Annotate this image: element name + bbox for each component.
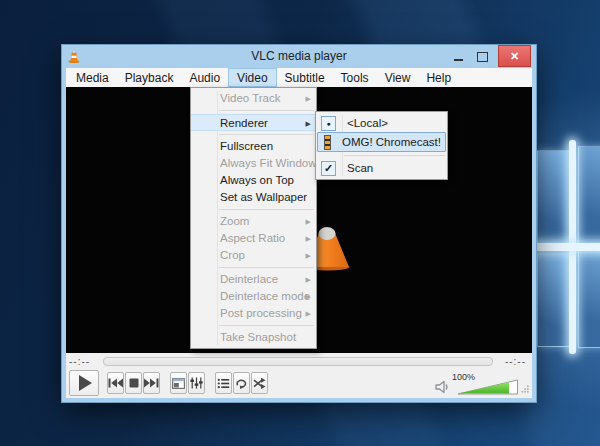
video-menu-item-aspect-ratio[interactable]: Aspect Ratio▶	[191, 230, 316, 247]
loop-button[interactable]	[233, 372, 250, 394]
submenu-arrow-icon: ▶	[306, 271, 311, 288]
menu-item-label: Always Fit Window	[220, 157, 317, 169]
video-menu-item-always-on-top[interactable]: Always on Top	[191, 172, 316, 189]
video-menu-item-set-as-wallpaper[interactable]: Set as Wallpaper	[191, 189, 316, 206]
radio-dot-icon-glyph: ●	[326, 120, 330, 127]
titlebar[interactable]: VLC media player ✕	[62, 45, 536, 68]
renderer-item-omg-chromecast[interactable]: OMG! Chromecast!	[317, 132, 446, 152]
menu-item-label: Fullscreen	[220, 140, 273, 152]
video-menu-item-take-snapshot[interactable]: Take Snapshot	[191, 329, 316, 346]
shuffle-button[interactable]	[251, 372, 268, 394]
menu-audio[interactable]: Audio	[181, 68, 228, 87]
menu-item-label: Take Snapshot	[220, 331, 296, 343]
menu-media[interactable]: Media	[68, 68, 117, 87]
menu-item-label: Renderer	[220, 117, 268, 129]
menu-view[interactable]: View	[377, 68, 419, 87]
detach-window-icon	[172, 378, 185, 389]
menu-item-label: Deinterlace mode	[220, 290, 310, 302]
menu-item-label: Scan	[347, 162, 373, 174]
menu-item-label: Post processing	[220, 307, 302, 319]
menu-separator	[219, 110, 314, 111]
menu-item-label: <Local>	[347, 117, 388, 129]
menu-item-label: OMG! Chromecast!	[342, 136, 441, 148]
menu-tools[interactable]: Tools	[333, 68, 377, 87]
submenu-arrow-icon: ▶	[306, 213, 311, 230]
menu-item-label: Set as Wallpaper	[220, 191, 307, 203]
menu-separator	[219, 209, 314, 210]
video-menu-item-deinterlace[interactable]: Deinterlace▶	[191, 271, 316, 288]
submenu-arrow-icon: ▶	[306, 115, 311, 132]
seek-bar[interactable]	[103, 357, 493, 366]
maximize-button[interactable]	[475, 49, 490, 64]
time-total: --:--	[505, 356, 526, 367]
menu-separator	[219, 267, 314, 268]
menu-separator	[219, 325, 314, 326]
stop-icon	[129, 378, 139, 388]
chromecast-icon	[324, 135, 331, 150]
windows-logo	[537, 146, 600, 348]
video-menu-item-zoom[interactable]: Zoom▶	[191, 213, 316, 230]
time-elapsed: --:--	[69, 356, 90, 367]
radio-dot-icon: ●	[321, 116, 336, 131]
video-menu-item-deinterlace-mode[interactable]: Deinterlace mode▶	[191, 288, 316, 305]
previous-button[interactable]	[107, 372, 124, 394]
video-menu-item-crop[interactable]: Crop▶	[191, 247, 316, 264]
menu-item-label: Aspect Ratio	[220, 232, 285, 244]
menu-item-label: Video Track	[220, 92, 281, 104]
video-menu-item-renderer[interactable]: Renderer▶	[191, 114, 316, 131]
menu-bar: MediaPlaybackAudioVideoSubtitleToolsView…	[66, 68, 532, 87]
resize-grip-icon[interactable]	[521, 384, 529, 395]
windows-logo-pane	[578, 250, 600, 348]
control-bar: --:-- --:--	[66, 353, 532, 398]
submenu-arrow-icon: ▶	[306, 90, 311, 107]
windows-logo-glow-horizontal	[529, 243, 600, 251]
minimize-icon	[454, 59, 463, 61]
menu-help[interactable]: Help	[418, 68, 459, 87]
windows-logo-pane	[578, 146, 600, 244]
renderer-item-scan[interactable]: ✓Scan	[316, 159, 447, 177]
seek-row: --:-- --:--	[69, 356, 526, 367]
close-button[interactable]: ✕	[498, 45, 531, 67]
detach-window-button[interactable]	[170, 372, 187, 394]
minimize-button[interactable]	[451, 49, 466, 64]
menu-subtitle[interactable]: Subtitle	[277, 68, 333, 87]
close-icon: ✕	[510, 50, 519, 63]
menu-item-label: Always on Top	[220, 174, 294, 186]
volume-slider[interactable]	[457, 379, 519, 397]
desktop: VLC media player ✕ MediaPlaybackAudioVid…	[0, 0, 600, 446]
windows-logo-pane	[537, 150, 570, 244]
equalizer-icon	[190, 377, 203, 389]
maximize-icon	[477, 52, 488, 62]
video-menu-item-always-fit-window[interactable]: Always Fit Window	[191, 155, 316, 172]
menu-video[interactable]: Video	[228, 68, 276, 87]
menu-playback[interactable]: Playback	[117, 68, 182, 87]
playlist-icon	[217, 378, 230, 389]
video-menu: Video Track▶Renderer▶FullscreenAlways Fi…	[190, 87, 317, 349]
video-menu-item-video-track[interactable]: Video Track▶	[191, 90, 316, 107]
submenu-arrow-icon: ▶	[306, 247, 311, 264]
shuffle-icon	[253, 378, 266, 389]
loop-icon	[235, 378, 248, 389]
renderer-item-local[interactable]: ●<Local>	[316, 114, 447, 132]
playlist-button[interactable]	[215, 372, 232, 394]
video-menu-item-post-processing[interactable]: Post processing▶	[191, 305, 316, 322]
speaker-icon[interactable]	[435, 380, 451, 396]
menu-separator	[219, 134, 314, 135]
play-button[interactable]	[69, 370, 99, 396]
equalizer-button[interactable]	[188, 372, 205, 394]
menu-item-label: Deinterlace	[220, 273, 278, 285]
renderer-submenu: ●<Local>OMG! Chromecast!✓Scan	[315, 111, 448, 180]
checkmark-icon-glyph: ✓	[324, 162, 333, 175]
menu-item-label: Crop	[220, 249, 245, 261]
submenu-arrow-icon: ▶	[306, 288, 311, 305]
windows-logo-pane	[537, 253, 570, 347]
previous-icon	[108, 378, 123, 388]
stop-button[interactable]	[125, 372, 142, 394]
menu-item-label: Zoom	[220, 215, 249, 227]
next-icon	[144, 378, 159, 388]
checkmark-icon: ✓	[321, 161, 336, 176]
playback-buttons	[69, 370, 269, 396]
next-button[interactable]	[143, 372, 160, 394]
video-menu-item-fullscreen[interactable]: Fullscreen	[191, 138, 316, 155]
submenu-arrow-icon: ▶	[306, 305, 311, 322]
